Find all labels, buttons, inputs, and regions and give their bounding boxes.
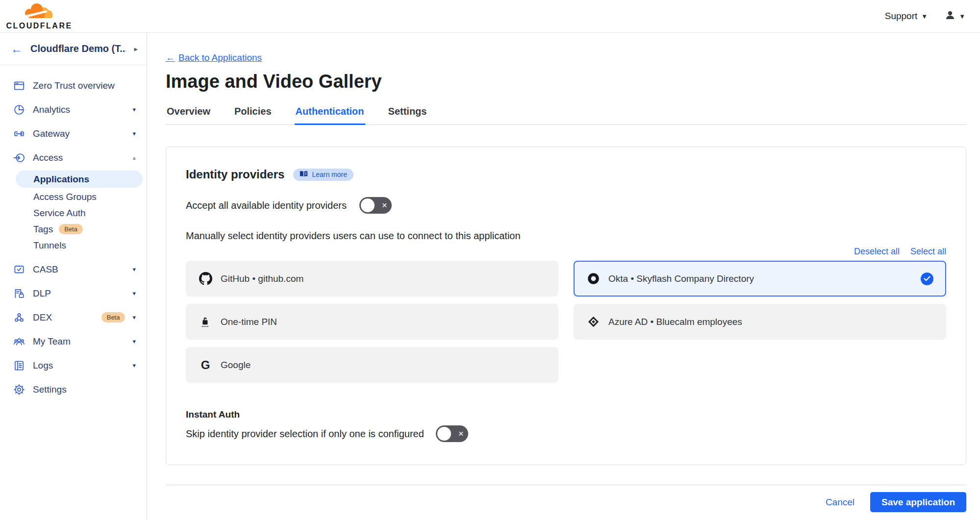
chevron-down-icon: ▾ <box>132 266 136 273</box>
sidebar-item-tunnels[interactable]: Tunnels <box>0 237 147 253</box>
overview-icon <box>12 79 25 92</box>
cancel-button[interactable]: Cancel <box>826 497 854 508</box>
sidebar-item-label: Access <box>33 152 125 163</box>
sidebar-account-header: ← Cloudflare Demo (T... ▸ <box>0 33 147 65</box>
github-icon <box>199 272 212 285</box>
user-account-menu[interactable]: ▼ <box>944 9 965 23</box>
back-link-label: Back to Applications <box>178 52 262 63</box>
okta-icon <box>586 272 600 285</box>
sidebar-item-label: DLP <box>33 288 125 299</box>
account-name: Cloudflare Demo (T... <box>30 43 126 54</box>
save-application-button[interactable]: Save application <box>870 492 966 512</box>
beta-badge: Beta <box>59 224 83 234</box>
topbar-right: Support ▼ ▼ <box>885 9 965 23</box>
sidebar-item-label: My Team <box>33 336 125 347</box>
toggle-off-x-icon: × <box>382 200 387 210</box>
provider-label: One-time PIN <box>221 317 277 327</box>
card-heading: Identity providers <box>186 168 284 181</box>
sidebar-item-label: Tags <box>33 224 53 235</box>
sidebar-item-service-auth[interactable]: Service Auth <box>0 205 147 221</box>
gear-icon <box>12 383 25 396</box>
sidebar-item-label: Service Auth <box>33 208 86 219</box>
learn-more-badge[interactable]: Learn more <box>293 169 353 181</box>
back-arrow-icon: ← <box>166 52 175 63</box>
accept-all-label: Accept all available identity providers <box>186 200 347 211</box>
sidebar-item-analytics[interactable]: Analytics ▾ <box>0 98 147 122</box>
sidebar-item-gateway[interactable]: Gateway ▾ <box>0 122 147 146</box>
provider-tile-okta[interactable]: Okta • Skyflash Company Directory <box>574 261 946 297</box>
chevron-down-icon: ▼ <box>959 13 965 20</box>
select-all-link[interactable]: Select all <box>910 247 946 257</box>
dex-icon <box>12 311 25 324</box>
deselect-all-link[interactable]: Deselect all <box>854 247 900 257</box>
sidebar-item-label: DEX <box>33 312 88 323</box>
provider-tile-azure-ad[interactable]: Azure AD • Bluecalm employees <box>574 304 946 340</box>
azure-ad-icon <box>586 315 600 328</box>
cloudflare-logo[interactable]: CLOUDFLARE <box>7 2 72 30</box>
support-menu[interactable]: Support ▼ <box>885 11 928 22</box>
support-label: Support <box>885 11 918 22</box>
sidebar-item-label: Gateway <box>33 128 125 139</box>
select-links: Deselect all Select all <box>186 247 946 257</box>
learn-more-label: Learn more <box>312 171 347 178</box>
chevron-up-icon: ▴ <box>132 154 136 161</box>
sidebar-item-dex[interactable]: DEX Beta ▾ <box>0 305 147 329</box>
sidebar-nav: Zero Trust overview Analytics ▾ <box>0 65 147 401</box>
sidebar-item-label: Settings <box>33 384 136 395</box>
provider-tile-google[interactable]: G Google <box>186 347 558 383</box>
provider-label: GitHub • github.com <box>221 273 303 284</box>
sidebar-item-label: Analytics <box>33 104 125 115</box>
accept-all-toggle[interactable]: × <box>359 197 392 214</box>
chevron-right-icon[interactable]: ▸ <box>134 45 138 53</box>
logo-wordmark: CLOUDFLARE <box>6 22 72 30</box>
sidebar-item-dlp[interactable]: DLP ▾ <box>0 281 147 305</box>
sidebar-item-access-groups[interactable]: Access Groups <box>0 189 147 205</box>
tab-bar: Overview Policies Authentication Setting… <box>166 103 966 125</box>
tab-settings[interactable]: Settings <box>387 103 428 124</box>
manual-select-text: Manually select identity providers users… <box>186 230 946 242</box>
provider-tile-one-time-pin[interactable]: One-time PIN <box>186 304 558 340</box>
sidebar-item-logs[interactable]: Logs ▾ <box>0 353 147 377</box>
cloudflare-cloud-icon <box>24 2 54 21</box>
selected-check-icon <box>921 272 933 285</box>
dlp-icon <box>12 287 25 300</box>
tab-authentication[interactable]: Authentication <box>295 103 365 125</box>
sidebar-item-applications[interactable]: Applications <box>16 171 143 188</box>
toggle-knob <box>361 198 375 212</box>
sidebar-item-access[interactable]: Access ▴ <box>0 146 147 170</box>
topbar: CLOUDFLARE Support ▼ ▼ <box>0 0 980 33</box>
sidebar-item-label: Zero Trust overview <box>33 80 136 91</box>
sidebar-item-settings[interactable]: Settings <box>0 377 147 401</box>
toggle-knob <box>437 427 451 441</box>
back-to-applications-link[interactable]: ← Back to Applications <box>166 52 262 63</box>
back-arrow-icon[interactable]: ← <box>11 43 23 55</box>
instant-auth-toggle[interactable]: × <box>436 425 468 442</box>
sidebar-item-casb[interactable]: CASB ▾ <box>0 257 147 281</box>
chevron-down-icon: ▼ <box>921 13 928 20</box>
instant-auth-label: Skip identity provider selection if only… <box>186 428 424 440</box>
gateway-icon <box>12 127 25 140</box>
toggle-off-x-icon: × <box>458 429 464 438</box>
analytics-icon <box>12 103 25 116</box>
book-icon <box>300 171 308 179</box>
chevron-down-icon: ▾ <box>132 314 136 321</box>
chevron-down-icon: ▾ <box>132 362 136 369</box>
sidebar-item-tags[interactable]: Tags Beta <box>0 221 147 237</box>
sidebar-item-zero-trust-overview[interactable]: Zero Trust overview <box>0 74 147 98</box>
chevron-down-icon: ▾ <box>132 290 136 297</box>
tab-overview[interactable]: Overview <box>166 103 211 124</box>
sidebar-item-label: Logs <box>33 360 125 371</box>
access-subnav: Applications Access Groups Service Auth … <box>0 171 147 253</box>
provider-tile-github[interactable]: GitHub • github.com <box>186 261 558 297</box>
sidebar-item-my-team[interactable]: My Team ▾ <box>0 329 147 353</box>
tab-policies[interactable]: Policies <box>233 103 273 124</box>
footer-actions: Cancel Save application <box>166 492 966 512</box>
provider-label: Google <box>221 360 251 371</box>
sidebar-item-label: Tunnels <box>33 240 66 251</box>
sidebar-item-label: Applications <box>33 174 89 185</box>
logs-icon <box>12 359 25 372</box>
google-icon: G <box>199 358 212 372</box>
sidebar-item-label: Access Groups <box>33 192 97 202</box>
casb-icon <box>12 263 25 276</box>
chevron-down-icon: ▾ <box>132 106 136 113</box>
